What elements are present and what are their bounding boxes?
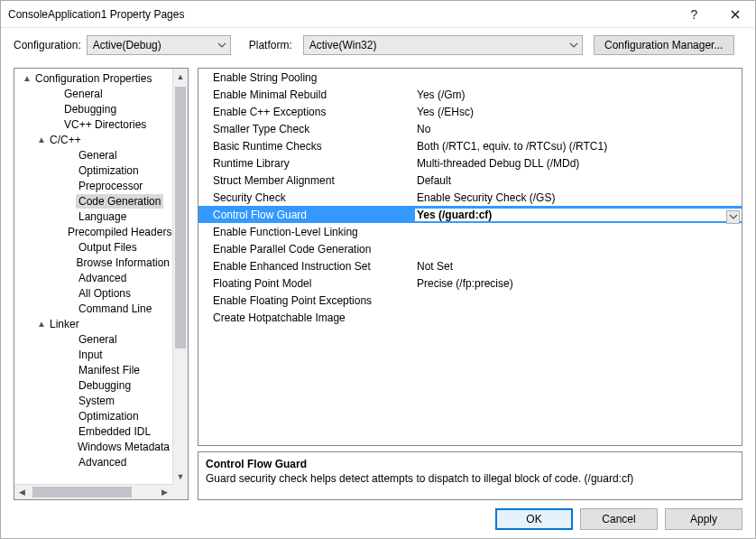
description-title: Control Flow Guard [206, 458, 734, 470]
tree-horizontal-scrollbar[interactable]: ◀ ▶ [14, 484, 172, 499]
tree-item[interactable]: Advanced [14, 454, 172, 469]
tree-item[interactable]: ▲Configuration Properties [14, 70, 172, 86]
property-value[interactable]: No [415, 123, 742, 135]
property-row[interactable]: Enable String Pooling [198, 69, 742, 86]
tree-item[interactable]: Precompiled Headers [14, 224, 172, 239]
property-row[interactable]: Struct Member AlignmentDefault [198, 172, 742, 189]
property-name: Enable Parallel Code Generation [198, 243, 415, 256]
expand-icon[interactable]: ▲ [36, 135, 47, 144]
property-value[interactable]: Both (/RTC1, equiv. to /RTCsu) (/RTC1) [415, 140, 742, 153]
property-value[interactable]: Default [415, 174, 742, 187]
tree-item-label: Advanced [76, 455, 129, 469]
tree-item[interactable]: ▲Linker [14, 316, 172, 331]
chevron-down-icon [217, 40, 226, 52]
cancel-button[interactable]: Cancel [580, 508, 658, 530]
property-name: Create Hotpatchable Image [198, 311, 415, 324]
tree-item-label: Code Generation [76, 194, 163, 209]
property-name: Enable C++ Exceptions [198, 106, 415, 118]
tree-item[interactable]: Optimization [14, 163, 172, 178]
tree-item-label: Language [76, 209, 129, 224]
tree-item[interactable]: Embedded IDL [14, 423, 172, 439]
property-row[interactable]: Floating Point ModelPrecise (/fp:precise… [198, 274, 742, 292]
tree-item[interactable]: System [14, 393, 172, 408]
config-bar: Configuration: Active(Debug) Platform: A… [1, 28, 755, 62]
scroll-left-icon[interactable]: ◀ [14, 485, 30, 499]
tree-item-label: Manifest File [76, 363, 143, 377]
property-row[interactable]: Enable Function-Level Linking [198, 223, 742, 240]
tree-item[interactable]: Input [14, 347, 172, 362]
property-row[interactable]: Runtime LibraryMulti-threaded Debug DLL … [198, 154, 742, 172]
property-row[interactable]: Basic Runtime ChecksBoth (/RTC1, equiv. … [198, 137, 742, 154]
property-row[interactable]: Enable C++ ExceptionsYes (/EHsc) [198, 103, 742, 120]
property-value[interactable]: Yes (/guard:cf) [415, 209, 742, 221]
property-grid-body[interactable]: Enable String PoolingEnable Minimal Rebu… [198, 69, 742, 445]
property-row[interactable]: Control Flow GuardYes (/guard:cf) [198, 206, 742, 223]
dialog-buttons: OK Cancel Apply [1, 500, 755, 538]
tree-item[interactable]: Language [14, 209, 172, 224]
property-value[interactable]: Precise (/fp:precise) [415, 277, 742, 290]
property-row[interactable]: Enable Minimal RebuildYes (/Gm) [198, 86, 742, 103]
tree-item-label: Advanced [76, 271, 129, 285]
expand-icon[interactable]: ▲ [36, 319, 47, 329]
tree-item[interactable]: Output Files [14, 239, 172, 255]
close-button[interactable] [715, 1, 755, 28]
property-row[interactable]: Smaller Type CheckNo [198, 120, 742, 137]
tree-item[interactable]: Preprocessor [14, 178, 172, 193]
property-value[interactable]: Yes (/Gm) [415, 88, 742, 101]
tree-item[interactable]: VC++ Directories [14, 116, 172, 132]
tree-item[interactable]: Debugging [14, 101, 172, 116]
property-row[interactable]: Enable Parallel Code Generation [198, 240, 742, 257]
tree-item[interactable]: General [14, 147, 172, 163]
property-row[interactable]: Security CheckEnable Security Check (/GS… [198, 189, 742, 206]
property-name: Security Check [198, 191, 415, 204]
help-button[interactable]: ? [674, 1, 715, 28]
tree-item[interactable]: Manifest File [14, 362, 172, 377]
tree-item[interactable]: Browse Information [14, 255, 172, 270]
scroll-thumb[interactable] [175, 87, 186, 348]
tree-item-label: Linker [47, 317, 82, 331]
tree-item[interactable]: All Options [14, 285, 172, 301]
scroll-right-icon[interactable]: ▶ [157, 485, 172, 499]
tree-item[interactable]: ▲C/C++ [14, 132, 172, 147]
configuration-manager-label: Configuration Manager... [604, 39, 723, 51]
property-row[interactable]: Create Hotpatchable Image [198, 309, 742, 326]
tree-item[interactable]: Optimization [14, 408, 172, 423]
dropdown-button[interactable] [726, 210, 740, 224]
configuration-combo[interactable]: Active(Debug) [87, 35, 231, 55]
tree-item-label: General [61, 87, 106, 101]
tree-item[interactable]: Advanced [14, 270, 172, 285]
property-name: Enable String Pooling [198, 71, 415, 84]
property-value[interactable]: Multi-threaded Debug DLL (/MDd) [415, 157, 742, 170]
tree-item[interactable]: Code Generation [14, 193, 172, 209]
apply-button[interactable]: Apply [665, 508, 742, 530]
tree-item-label: Optimization [76, 409, 142, 423]
property-value[interactable]: Enable Security Check (/GS) [415, 191, 742, 204]
expand-icon[interactable]: ▲ [22, 73, 32, 83]
scroll-up-icon[interactable]: ▲ [173, 69, 188, 84]
tree-item[interactable]: General [14, 86, 172, 101]
tree-item[interactable]: General [14, 331, 172, 347]
property-name: Control Flow Guard [198, 209, 415, 221]
tree-item-label: Command Line [76, 302, 154, 316]
property-name: Enable Function-Level Linking [198, 226, 415, 238]
tree-item-label: Output Files [76, 240, 140, 255]
tree-item[interactable]: Windows Metadata [14, 439, 172, 454]
property-value[interactable]: Not Set [415, 260, 742, 273]
property-value[interactable]: Yes (/EHsc) [415, 106, 742, 118]
scroll-thumb[interactable] [32, 487, 132, 497]
platform-combo[interactable]: Active(Win32) [303, 35, 583, 55]
tree-item-label: C/C++ [47, 133, 84, 147]
ok-button[interactable]: OK [495, 508, 573, 530]
property-name: Enable Minimal Rebuild [198, 88, 415, 101]
scroll-down-icon[interactable]: ▼ [173, 469, 188, 484]
property-row[interactable]: Enable Floating Point Exceptions [198, 292, 742, 309]
property-row[interactable]: Enable Enhanced Instruction SetNot Set [198, 257, 742, 274]
tree-item[interactable]: Command Line [14, 301, 172, 316]
property-name: Runtime Library [198, 157, 415, 170]
configuration-manager-button[interactable]: Configuration Manager... [594, 35, 734, 55]
tree-item-label: Optimization [76, 163, 142, 178]
ok-label: OK [526, 513, 541, 525]
tree-vertical-scrollbar[interactable]: ▲ ▼ [172, 69, 188, 484]
tree-item[interactable]: Debugging [14, 377, 172, 393]
tree-body[interactable]: ▲Configuration PropertiesGeneralDebuggin… [14, 69, 172, 484]
